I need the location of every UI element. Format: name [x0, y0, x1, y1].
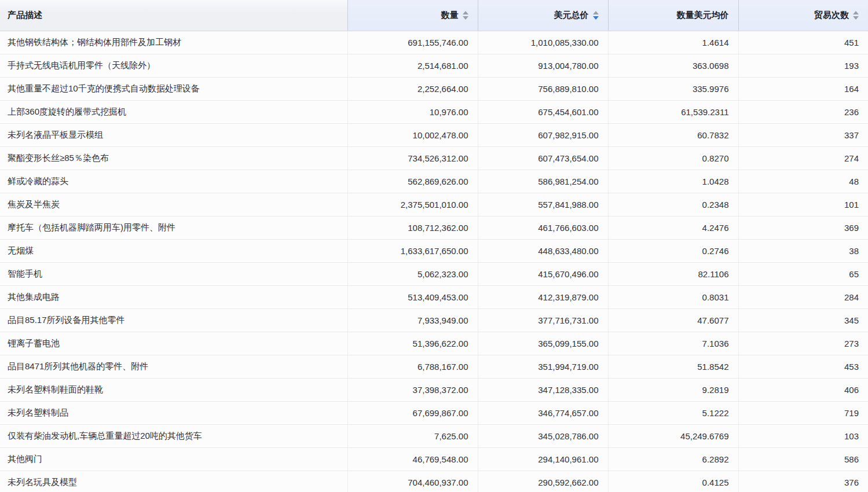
avg-price-cell: 1.4614	[608, 31, 738, 54]
table-row: 聚酯变形长丝≥85％染色布 734,526,312.00 607,473,654…	[0, 146, 868, 170]
total-usd-cell: 557,841,988.00	[478, 193, 608, 216]
caret-up-icon	[853, 11, 859, 14]
quantity-cell: 37,398,372.00	[347, 378, 478, 401]
quantity-cell: 704,460,937.00	[347, 471, 478, 492]
table-row: 鲜或冷藏的蒜头 562,869,626.00 586,981,254.00 1.…	[0, 170, 868, 193]
product-description-cell: 其他阀门	[0, 447, 347, 471]
quantity-cell: 2,375,501,010.00	[347, 193, 478, 216]
avg-price-cell: 0.2348	[608, 193, 738, 216]
avg-price-cell: 9.2819	[608, 378, 738, 401]
product-description-cell: 摩托车（包括机器脚踏两用车)用零件、附件	[0, 216, 347, 239]
sort-icon-trade-count	[853, 11, 859, 20]
total-usd-cell: 448,633,480.00	[478, 239, 608, 262]
header-trade-count[interactable]: 贸易次数	[738, 0, 868, 31]
header-product-description: 产品描述	[0, 0, 347, 31]
table-row: 手持式无线电话机用零件（天线除外） 2,514,681.00 913,004,7…	[0, 54, 868, 77]
product-description-cell: 其他重量不超过10千克的便携式自动数据处理设备	[0, 77, 347, 100]
total-usd-cell: 415,670,496.00	[478, 262, 608, 285]
total-usd-cell: 607,473,654.00	[478, 146, 608, 170]
trade-count-cell: 273	[738, 332, 868, 355]
trade-count-cell: 164	[738, 77, 868, 100]
quantity-cell: 108,712,362.00	[347, 216, 478, 239]
trade-count-cell: 101	[738, 193, 868, 216]
table-row: 其他集成电路 513,409,453.00 412,319,879.00 0.8…	[0, 285, 868, 309]
total-usd-cell: 1,010,085,330.00	[478, 31, 608, 54]
trade-count-cell: 193	[738, 54, 868, 77]
header-quantity-label: 数量	[441, 10, 459, 21]
table-row: 无烟煤 1,633,617,650.00 448,633,480.00 0.27…	[0, 239, 868, 262]
product-description-cell: 锂离子蓄电池	[0, 332, 347, 355]
total-usd-cell: 412,319,879.00	[478, 285, 608, 309]
quantity-cell: 51,396,622.00	[347, 332, 478, 355]
total-usd-cell: 756,889,810.00	[478, 77, 608, 100]
avg-price-cell: 45,249.6769	[608, 424, 738, 447]
quantity-cell: 513,409,453.00	[347, 285, 478, 309]
table-row: 焦炭及半焦炭 2,375,501,010.00 557,841,988.00 0…	[0, 193, 868, 216]
trade-count-cell: 65	[738, 262, 868, 285]
header-product-description-label: 产品描述	[8, 10, 42, 20]
sort-icon-total-usd	[593, 11, 599, 20]
product-description-cell: 手持式无线电话机用零件（天线除外）	[0, 54, 347, 77]
total-usd-cell: 675,454,601.00	[478, 100, 608, 123]
trade-count-cell: 284	[738, 285, 868, 309]
quantity-cell: 7,933,949.00	[347, 309, 478, 332]
trade-products-table: 产品描述 数量 美元总价	[0, 0, 868, 492]
header-quantity[interactable]: 数量	[347, 0, 478, 31]
product-description-cell: 鲜或冷藏的蒜头	[0, 170, 347, 193]
table-body: 其他钢铁结构体；钢结构体用部件及加工钢材 691,155,746.00 1,01…	[0, 31, 868, 492]
product-description-cell: 未列名塑料制鞋面的鞋靴	[0, 378, 347, 401]
product-description-cell: 品目8471所列其他机器的零件、附件	[0, 355, 347, 378]
trade-count-cell: 103	[738, 424, 868, 447]
quantity-cell: 7,625.00	[347, 424, 478, 447]
trade-count-cell: 586	[738, 447, 868, 471]
total-usd-cell: 377,716,731.00	[478, 309, 608, 332]
table-row: 品目85.17所列设备用其他零件 7,933,949.00 377,716,73…	[0, 309, 868, 332]
avg-price-cell: 363.0698	[608, 54, 738, 77]
product-description-cell: 未列名塑料制品	[0, 401, 347, 424]
table-row: 品目8471所列其他机器的零件、附件 6,788,167.00 351,994,…	[0, 355, 868, 378]
avg-price-cell: 0.2746	[608, 239, 738, 262]
header-total-usd-label: 美元总价	[554, 10, 589, 21]
table-row: 其他阀门 46,769,548.00 294,140,961.00 6.2892…	[0, 447, 868, 471]
table-row: 未列名塑料制品 67,699,867.00 346,774,657.00 5.1…	[0, 401, 868, 424]
total-usd-cell: 345,028,786.00	[478, 424, 608, 447]
quantity-cell: 2,252,664.00	[347, 77, 478, 100]
quantity-cell: 691,155,746.00	[347, 31, 478, 54]
table-row: 智能手机 5,062,323.00 415,670,496.00 82.1106…	[0, 262, 868, 285]
header-trade-count-label: 贸易次数	[814, 10, 849, 21]
table-row: 未列名液晶平板显示模组 10,002,478.00 607,982,915.00…	[0, 123, 868, 146]
avg-price-cell: 60.7832	[608, 123, 738, 146]
total-usd-cell: 461,766,603.00	[478, 216, 608, 239]
quantity-cell: 46,769,548.00	[347, 447, 478, 471]
trade-count-cell: 719	[738, 401, 868, 424]
total-usd-cell: 347,128,335.00	[478, 378, 608, 401]
total-usd-cell: 913,004,780.00	[478, 54, 608, 77]
product-description-cell: 上部360度旋转的履带式挖掘机	[0, 100, 347, 123]
total-usd-cell: 365,099,155.00	[478, 332, 608, 355]
quantity-cell: 5,062,323.00	[347, 262, 478, 285]
table-row: 其他钢铁结构体；钢结构体用部件及加工钢材 691,155,746.00 1,01…	[0, 31, 868, 54]
avg-price-cell: 61,539.2311	[608, 100, 738, 123]
header-total-usd[interactable]: 美元总价	[478, 0, 608, 31]
quantity-cell: 2,514,681.00	[347, 54, 478, 77]
trade-count-cell: 453	[738, 355, 868, 378]
quantity-cell: 10,002,478.00	[347, 123, 478, 146]
avg-price-cell: 82.1106	[608, 262, 738, 285]
avg-price-cell: 51.8542	[608, 355, 738, 378]
trade-count-cell: 376	[738, 471, 868, 492]
avg-price-cell: 4.2476	[608, 216, 738, 239]
product-description-cell: 无烟煤	[0, 239, 347, 262]
quantity-cell: 1,633,617,650.00	[347, 239, 478, 262]
total-usd-cell: 351,994,719.00	[478, 355, 608, 378]
table-row: 未列名塑料制鞋面的鞋靴 37,398,372.00 347,128,335.00…	[0, 378, 868, 401]
total-usd-cell: 290,592,662.00	[478, 471, 608, 492]
table-row: 其他重量不超过10千克的便携式自动数据处理设备 2,252,664.00 756…	[0, 77, 868, 100]
product-description-cell: 未列名液晶平板显示模组	[0, 123, 347, 146]
avg-price-cell: 0.8031	[608, 285, 738, 309]
total-usd-cell: 607,982,915.00	[478, 123, 608, 146]
product-description-cell: 其他钢铁结构体；钢结构体用部件及加工钢材	[0, 31, 347, 54]
table-row: 锂离子蓄电池 51,396,622.00 365,099,155.00 7.10…	[0, 332, 868, 355]
trade-count-cell: 337	[738, 123, 868, 146]
avg-price-cell: 7.1036	[608, 332, 738, 355]
quantity-cell: 67,699,867.00	[347, 401, 478, 424]
